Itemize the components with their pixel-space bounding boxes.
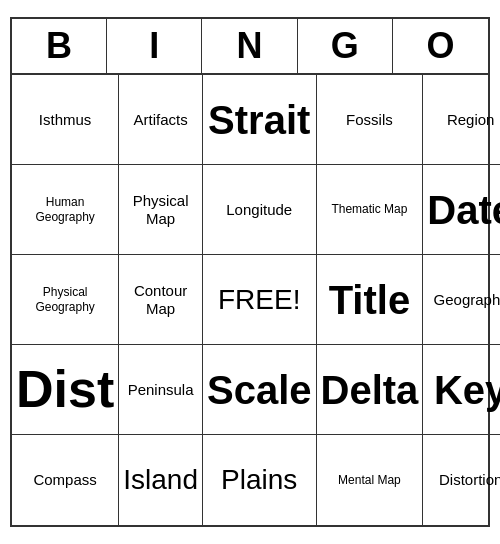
bingo-cell: Geography (423, 255, 500, 345)
bingo-cell: Physical Geography (12, 255, 119, 345)
header-letter: B (12, 19, 107, 73)
bingo-cell: Isthmus (12, 75, 119, 165)
bingo-grid: IsthmusArtifactsStraitFossilsRegionHuman… (12, 75, 488, 525)
bingo-cell: Contour Map (119, 255, 203, 345)
cell-text: Scale (207, 366, 312, 414)
cell-text: Title (329, 276, 411, 324)
bingo-cell: Artifacts (119, 75, 203, 165)
cell-text: Contour Map (123, 282, 198, 318)
bingo-cell: Delta (317, 345, 424, 435)
bingo-cell: Peninsula (119, 345, 203, 435)
cell-text: Plains (221, 463, 297, 497)
cell-text: Delta (321, 366, 419, 414)
bingo-cell: Island (119, 435, 203, 525)
cell-text: Mental Map (338, 473, 401, 487)
bingo-cell: Distortion (423, 435, 500, 525)
cell-text: Compass (33, 471, 96, 489)
cell-text: Fossils (346, 111, 393, 129)
cell-text: Physical Map (123, 192, 198, 228)
cell-text: Longitude (226, 201, 292, 219)
bingo-cell: FREE! (203, 255, 317, 345)
cell-text: Geography (434, 291, 500, 309)
cell-text: Strait (208, 96, 310, 144)
header-letter: N (202, 19, 297, 73)
cell-text: Thematic Map (331, 202, 407, 216)
cell-text: FREE! (218, 283, 300, 317)
bingo-cell: Region (423, 75, 500, 165)
bingo-cell: Date (423, 165, 500, 255)
header-letter: O (393, 19, 488, 73)
bingo-cell: Dist (12, 345, 119, 435)
bingo-cell: Key (423, 345, 500, 435)
cell-text: Date (427, 186, 500, 234)
bingo-cell: Title (317, 255, 424, 345)
cell-text: Region (447, 111, 495, 129)
cell-text: Artifacts (134, 111, 188, 129)
bingo-cell: Plains (203, 435, 317, 525)
bingo-cell: Strait (203, 75, 317, 165)
cell-text: Island (123, 463, 198, 497)
bingo-cell: Mental Map (317, 435, 424, 525)
cell-text: Key (434, 366, 500, 414)
bingo-card: BINGO IsthmusArtifactsStraitFossilsRegio… (10, 17, 490, 527)
bingo-cell: Fossils (317, 75, 424, 165)
bingo-cell: Scale (203, 345, 317, 435)
bingo-cell: Longitude (203, 165, 317, 255)
bingo-header: BINGO (12, 19, 488, 75)
cell-text: Human Geography (16, 195, 114, 224)
header-letter: I (107, 19, 202, 73)
bingo-cell: Thematic Map (317, 165, 424, 255)
bingo-cell: Human Geography (12, 165, 119, 255)
header-letter: G (298, 19, 393, 73)
cell-text: Physical Geography (16, 285, 114, 314)
cell-text: Distortion (439, 471, 500, 489)
cell-text: Peninsula (128, 381, 194, 399)
bingo-cell: Physical Map (119, 165, 203, 255)
bingo-cell: Compass (12, 435, 119, 525)
cell-text: Isthmus (39, 111, 92, 129)
cell-text: Dist (16, 358, 114, 420)
